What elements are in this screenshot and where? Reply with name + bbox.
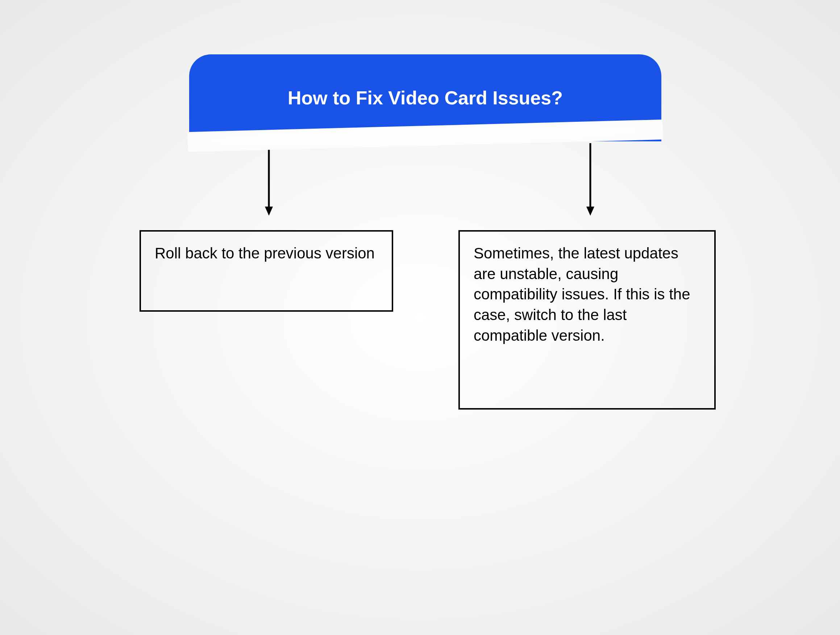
step-text-rollback: Roll back to the previous version	[155, 245, 375, 262]
arrow-left	[264, 143, 274, 219]
title-banner: How to Fix Video Card Issues?	[189, 54, 662, 141]
step-text-explanation: Sometimes, the latest updates are unstab…	[474, 245, 690, 344]
svg-marker-3	[586, 207, 594, 216]
svg-marker-1	[265, 207, 273, 216]
step-box-rollback: Roll back to the previous version	[139, 230, 393, 312]
arrow-right	[585, 143, 596, 219]
step-box-explanation: Sometimes, the latest updates are unstab…	[458, 230, 716, 409]
diagram-title: How to Fix Video Card Issues?	[288, 87, 563, 109]
diagram-canvas: How to Fix Video Card Issues? Roll back …	[0, 0, 840, 635]
